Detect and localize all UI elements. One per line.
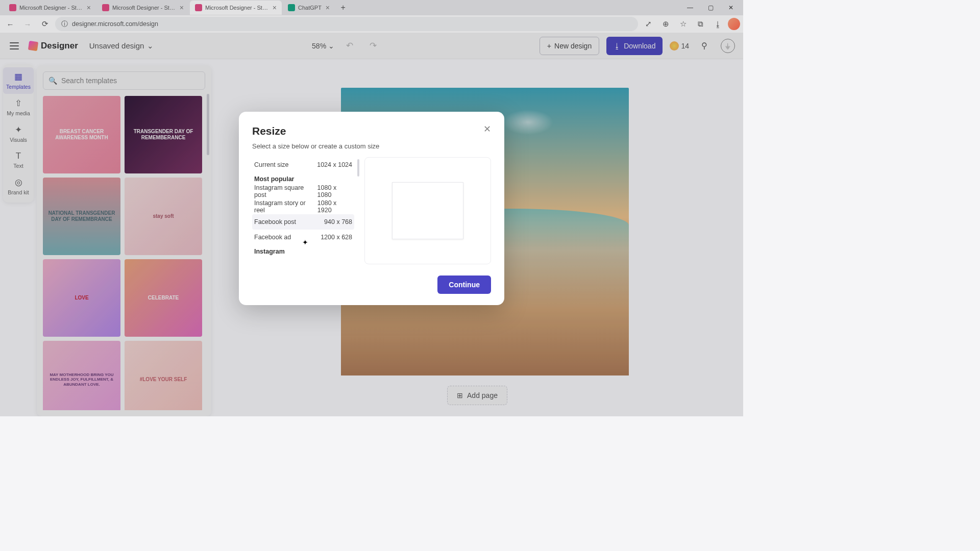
tab-close-icon[interactable]: × <box>180 4 184 12</box>
size-option[interactable]: Instagram square post 1080 x 1080 <box>252 184 354 199</box>
templates-icon: ▦ <box>14 71 22 82</box>
rail-visuals[interactable]: ✦ Visuals <box>3 120 34 147</box>
current-size-row[interactable]: Current size 1024 x 1024 <box>252 157 354 172</box>
template-thumbnail[interactable]: BREAST CANCER AWARENESS MONTH <box>43 96 120 173</box>
template-thumbnail[interactable]: TRANSGENDER DAY OF REMEMBERANCE <box>125 96 202 173</box>
document-name-dropdown[interactable]: Unsaved design ⌄ <box>89 41 154 51</box>
size-name: Facebook post <box>254 218 296 226</box>
text-icon: T <box>16 151 21 161</box>
template-thumbnail[interactable]: LOVE <box>43 259 120 337</box>
template-thumbnail[interactable]: CELEBRATE <box>125 259 202 337</box>
left-rail: ▦ Templates ⇧ My media ✦ Visuals T Text … <box>0 59 37 416</box>
download-button[interactable]: ⭳ Download <box>606 37 663 55</box>
search-icon: 🔍 <box>48 77 57 85</box>
site-info-icon[interactable]: ⓘ <box>61 20 68 29</box>
credits-counter[interactable]: 14 <box>670 41 689 51</box>
translate-icon[interactable]: ⊕ <box>658 17 673 31</box>
tab-close-icon[interactable]: × <box>87 4 91 12</box>
size-preview <box>364 157 491 264</box>
template-thumbnail[interactable]: MAY MOTHERHOOD BRING YOU ENDLESS JOY, FU… <box>43 341 120 410</box>
tab-favicon-icon <box>9 4 16 11</box>
preview-rectangle <box>392 182 463 239</box>
reload-button[interactable]: ⟳ <box>38 17 52 31</box>
forward-button[interactable]: → <box>20 17 35 31</box>
template-thumbnail[interactable]: NATIONAL TRANSGENDER DAY OF REMEMBRANCE <box>43 178 120 255</box>
browser-chrome: Microsoft Designer - Stunning × Microsof… <box>0 0 743 33</box>
url-input[interactable]: ⓘ designer.microsoft.com/design <box>55 17 638 31</box>
continue-button[interactable]: Continue <box>437 276 491 294</box>
tab-title: Microsoft Designer - Stunning <box>112 5 176 11</box>
browser-tab[interactable]: ChatGPT × <box>283 1 335 15</box>
tab-favicon-icon <box>288 4 295 11</box>
template-grid[interactable]: BREAST CANCER AWARENESS MONTH TRANSGENDE… <box>43 96 205 410</box>
coin-icon <box>670 41 679 51</box>
rail-brand-kit[interactable]: ◎ Brand kit <box>3 173 34 199</box>
share-icon[interactable]: ⚲ <box>696 38 713 54</box>
back-button[interactable]: ← <box>3 17 17 31</box>
size-dim: 551 x 980 <box>317 199 352 214</box>
tab-favicon-icon <box>102 4 109 11</box>
scrollbar[interactable] <box>357 159 359 177</box>
undo-button[interactable]: ↶ <box>341 38 358 54</box>
browser-tab[interactable]: Microsoft Designer - Stunning × <box>97 1 189 15</box>
size-name: Facebook ad <box>254 234 291 241</box>
visuals-icon: ✦ <box>15 124 22 135</box>
heading-instagram: Instagram <box>252 245 354 256</box>
app-header: Designer Unsaved design ⌄ 58% ⌄ ↶ ↷ + Ne… <box>0 33 743 59</box>
new-design-label: New design <box>554 42 592 50</box>
app-logo[interactable]: Designer <box>29 41 78 51</box>
size-option[interactable]: Instagram story or reel 551 x 980 <box>252 199 354 214</box>
app-name: Designer <box>41 41 78 51</box>
close-icon[interactable]: ✕ <box>480 122 494 136</box>
chevron-down-icon: ⌄ <box>147 41 154 51</box>
search-input[interactable]: 🔍 Search templates <box>43 71 205 90</box>
size-dim: 940 x 768 <box>324 218 352 226</box>
search-placeholder: Search templates <box>61 77 117 85</box>
download-icon: ⭳ <box>614 42 621 50</box>
document-name: Unsaved design <box>89 41 144 50</box>
new-design-button[interactable]: + New design <box>540 37 599 55</box>
add-page-button[interactable]: ⊞ Add page <box>447 386 507 405</box>
plus-icon: ⊞ <box>457 391 463 399</box>
size-name: Instagram square post <box>254 184 317 198</box>
profile-avatar[interactable] <box>728 18 740 30</box>
browser-tab[interactable]: Microsoft Designer - Stunning × <box>4 1 96 15</box>
zoom-dropdown[interactable]: 58% ⌄ <box>312 42 334 50</box>
rail-text[interactable]: T Text <box>3 147 34 173</box>
tab-title: Microsoft Designer - Stunning <box>205 5 268 11</box>
current-size-value: 1024 x 1024 <box>317 161 352 168</box>
download-label: Download <box>624 42 655 50</box>
menu-button[interactable] <box>7 39 21 53</box>
bookmark-icon[interactable]: ☆ <box>676 17 690 31</box>
rail-label: Brand kit <box>8 189 29 195</box>
tab-close-icon[interactable]: × <box>273 4 277 12</box>
template-thumbnail[interactable]: stay soft <box>125 178 202 255</box>
template-panel: 🔍 Search templates BREAST CANCER AWARENE… <box>37 59 211 416</box>
extensions-icon[interactable]: ⧉ <box>693 17 707 31</box>
maximize-button[interactable]: ▢ <box>700 1 721 15</box>
tab-close-icon[interactable]: × <box>326 4 330 12</box>
rail-my-media[interactable]: ⇧ My media <box>3 94 34 120</box>
rail-templates[interactable]: ▦ Templates <box>3 67 34 94</box>
scrollbar[interactable] <box>207 94 209 155</box>
account-button[interactable]: ⏚ <box>720 38 736 54</box>
new-tab-button[interactable]: + <box>336 1 350 15</box>
modal-title: Resize <box>252 125 491 137</box>
size-list: Current size 1024 x 1024 Most popular In… <box>252 157 354 264</box>
template-thumbnail[interactable]: #LOVE YOUR SELF <box>125 341 202 410</box>
credits-value: 14 <box>681 42 689 50</box>
browser-tab-active[interactable]: Microsoft Designer - Stunning × <box>190 1 282 15</box>
tab-title: Microsoft Designer - Stunning <box>19 5 83 11</box>
tab-title: ChatGPT <box>298 5 322 11</box>
zoom-value: 58% <box>312 42 326 50</box>
size-option[interactable]: Facebook post 940 x 768 <box>252 214 354 230</box>
tab-bar: Microsoft Designer - Stunning × Microsof… <box>0 0 743 15</box>
redo-button[interactable]: ↷ <box>365 38 381 54</box>
minimize-button[interactable]: — <box>680 1 700 15</box>
chevron-down-icon: ⌄ <box>328 42 334 50</box>
modal-subtitle: Select a size below or create a custom s… <box>252 142 491 150</box>
close-window-button[interactable]: ✕ <box>721 1 741 15</box>
install-app-icon[interactable]: ⤢ <box>641 17 655 31</box>
size-option[interactable]: Facebook ad 1200 x 628 <box>252 230 354 245</box>
downloads-icon[interactable]: ⭳ <box>710 17 725 31</box>
